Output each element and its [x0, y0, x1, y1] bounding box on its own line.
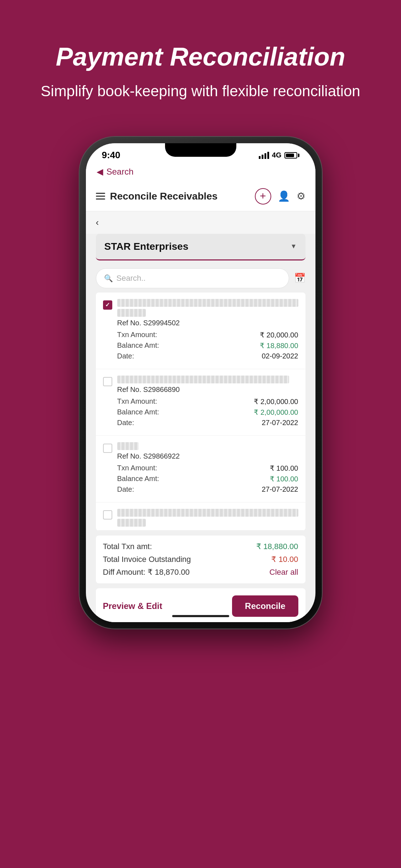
ref-no-2: Ref No. S29866890 [117, 386, 298, 394]
preview-edit-button[interactable]: Preview & Edit [103, 601, 163, 611]
entry-details-2: Ref No. S29866890 Txn Amount: ₹ 2,00,000… [117, 376, 298, 429]
clear-all-button[interactable]: Clear all [269, 568, 298, 577]
back-nav: ‹ [86, 211, 315, 234]
total-invoice-label: Total Invoice Outstanding [103, 555, 191, 564]
status-icons: 4G [259, 151, 299, 159]
network-label: 4G [272, 151, 282, 159]
entry-name-blurred-3 [117, 442, 139, 450]
entry-name-blurred-4a [117, 509, 298, 517]
entry-name-blurred-2 [117, 376, 289, 383]
list-item: Ref No. S29866890 Txn Amount: ₹ 2,00,000… [96, 369, 305, 436]
balance-row-3: Balance Amt: ₹ 100.00 [117, 475, 298, 483]
hero-subtitle: Simplify book-keeping with flexible reco… [41, 82, 360, 101]
entry-details-1: Ref No. S29994502 Txn Amount: ₹ 20,000.0… [117, 299, 298, 362]
entry-details-4 [117, 509, 298, 529]
hero-section: Payment Reconciliation Simplify book-kee… [12, 0, 389, 123]
search-nav-label: Search [107, 167, 134, 177]
total-invoice-row: Total Invoice Outstanding ₹ 10.00 [103, 555, 298, 564]
company-selector[interactable]: STAR Enterprises ▼ [96, 234, 305, 260]
add-button[interactable]: + [255, 188, 271, 205]
status-time: 9:40 [102, 150, 120, 161]
totals-section: Total Txn amt: ₹ 18,880.00 Total Invoice… [96, 536, 305, 583]
txn-value-1: ₹ 20,000.00 [260, 331, 298, 339]
date-row-2: Date: 27-07-2022 [117, 419, 298, 427]
date-label-1: Date: [117, 352, 134, 360]
txn-amount-row-3: Txn Amount: ₹ 100.00 [117, 464, 298, 472]
top-search-bar: ◀ Search [86, 165, 315, 182]
entry-name-blurred-1 [117, 299, 298, 307]
checkbox-1[interactable]: ✓ [103, 300, 112, 362]
date-value-3: 27-07-2022 [262, 485, 298, 494]
checkbox-4[interactable] [103, 510, 112, 529]
person-icon[interactable]: 👤 [278, 190, 290, 202]
date-label-2: Date: [117, 419, 134, 427]
txn-label-1: Txn Amount: [117, 331, 157, 339]
home-indicator [172, 615, 229, 617]
reconcile-button[interactable]: Reconcile [232, 595, 298, 617]
header-icons: + 👤 ⚙ [255, 188, 305, 205]
balance-value-3: ₹ 100.00 [270, 475, 298, 483]
entry-name-blurred-4b [117, 519, 146, 527]
total-invoice-value: ₹ 10.00 [271, 555, 298, 564]
date-label-3: Date: [117, 485, 134, 494]
date-value-2: 27-07-2022 [262, 419, 298, 427]
balance-value-1: ₹ 18,880.00 [260, 341, 298, 350]
diff-amount-row: Diff Amount: ₹ 18,870.00 Clear all [103, 568, 298, 577]
list-item [96, 502, 305, 531]
balance-row-1: Balance Amt: ₹ 18,880.00 [117, 341, 298, 350]
signal-bars-icon [259, 152, 269, 159]
page-title: Reconcile Receivables [110, 191, 218, 202]
total-txn-row: Total Txn amt: ₹ 18,880.00 [103, 542, 298, 551]
total-txn-label: Total Txn amt: [103, 542, 152, 551]
date-value-1: 02-09-2022 [262, 352, 298, 360]
battery-icon [284, 152, 299, 159]
search-row: 🔍 Search.. 📅 [86, 260, 315, 293]
checkbox-2[interactable] [103, 377, 112, 429]
calendar-icon[interactable]: 📅 [294, 273, 305, 284]
date-row-3: Date: 27-07-2022 [117, 485, 298, 494]
txn-value-2: ₹ 2,00,000.00 [254, 397, 298, 406]
txn-amount-row-2: Txn Amount: ₹ 2,00,000.00 [117, 397, 298, 406]
txn-amount-row-1: Txn Amount: ₹ 20,000.00 [117, 331, 298, 339]
diff-amount-label: Diff Amount: ₹ 18,870.00 [103, 568, 190, 577]
dropdown-arrow-icon: ▼ [291, 243, 297, 250]
back-chevron-icon[interactable]: ‹ [96, 217, 99, 228]
app-header: Reconcile Receivables + 👤 ⚙ [86, 182, 315, 211]
back-arrow-icon[interactable]: ◀ [97, 167, 103, 177]
checkbox-3[interactable] [103, 444, 112, 496]
entries-list: ✓ Ref No. S29994502 Txn Amount: ₹ 20,000… [96, 293, 305, 531]
balance-label-3: Balance Amt: [117, 475, 159, 483]
hero-title: Payment Reconciliation [41, 43, 360, 71]
date-row-1: Date: 02-09-2022 [117, 352, 298, 360]
balance-value-2: ₹ 2,00,000.00 [254, 408, 298, 417]
header-left: Reconcile Receivables [96, 191, 218, 202]
settings-icon[interactable]: ⚙ [297, 190, 305, 202]
balance-label-1: Balance Amt: [117, 341, 159, 350]
phone-notch [165, 143, 236, 157]
plus-icon: + [260, 191, 266, 201]
check-mark-icon: ✓ [105, 301, 110, 308]
entry-name-blurred-1b [117, 309, 146, 317]
balance-label-2: Balance Amt: [117, 408, 159, 416]
list-item: Ref No. S29866922 Txn Amount: ₹ 100.00 B… [96, 436, 305, 502]
ref-no-1: Ref No. S29994502 [117, 319, 298, 327]
ref-no-3: Ref No. S29866922 [117, 452, 298, 460]
search-placeholder: Search.. [117, 274, 146, 283]
search-input-box[interactable]: 🔍 Search.. [96, 268, 289, 288]
phone-outer-frame: 9:40 4G [79, 137, 322, 629]
list-item: ✓ Ref No. S29994502 Txn Amount: ₹ 20,000… [96, 293, 305, 369]
search-icon: 🔍 [104, 274, 113, 283]
balance-row-2: Balance Amt: ₹ 2,00,000.00 [117, 408, 298, 417]
txn-label-3: Txn Amount: [117, 464, 157, 472]
total-txn-value: ₹ 18,880.00 [256, 542, 298, 551]
hamburger-menu[interactable] [96, 193, 105, 200]
phone-screen: 9:40 4G [86, 143, 315, 622]
company-name: STAR Enterprises [104, 241, 189, 252]
txn-label-2: Txn Amount: [117, 397, 157, 405]
txn-value-3: ₹ 100.00 [270, 464, 298, 472]
phone-frame: 9:40 4G [79, 137, 322, 629]
entry-details-3: Ref No. S29866922 Txn Amount: ₹ 100.00 B… [117, 442, 298, 496]
